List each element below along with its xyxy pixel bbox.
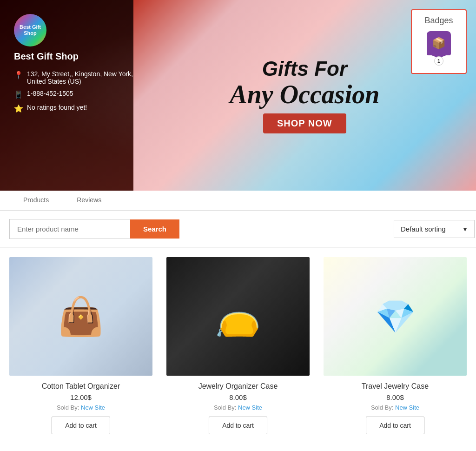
product-seller-2: Sold By: New Site <box>166 404 310 411</box>
product-image-3 <box>324 257 467 376</box>
products-section: Cotton Tablet Organizer 12.00$ Sold By: … <box>0 248 476 444</box>
badges-title: Badges <box>417 16 460 26</box>
product-seller-3: Sold By: New Site <box>324 404 467 411</box>
product-card-3: Travel Jewelry Case 8.00$ Sold By: New S… <box>324 257 467 434</box>
product-image-1 <box>9 257 152 376</box>
tab-reviews[interactable]: Reviews <box>63 191 115 210</box>
products-grid: Cotton Tablet Organizer 12.00$ Sold By: … <box>9 257 467 434</box>
product-name-1: Cotton Tablet Organizer <box>9 382 152 391</box>
location-icon: 📍 <box>14 71 23 80</box>
product-image-2 <box>166 257 310 376</box>
store-address-text: 132, My Street,, Kingston, New York, Uni… <box>27 70 144 85</box>
store-phone: 📱 1-888-452-1505 <box>14 90 144 99</box>
store-logo-text: Best Gift Shop <box>14 24 46 36</box>
search-button[interactable]: Search <box>130 219 179 239</box>
shop-now-button[interactable]: SHOP NOW <box>263 113 346 133</box>
add-to-cart-button-1[interactable]: Add to cart <box>52 417 110 434</box>
star-icon: ⭐ <box>14 104 23 113</box>
product-name-3: Travel Jewelry Case <box>324 382 467 391</box>
add-to-cart-button-3[interactable]: Add to cart <box>366 417 424 434</box>
hero-text: Gifts For Any Occasion SHOP NOW <box>230 57 379 134</box>
badge-box-symbol: 📦 <box>432 37 446 50</box>
hero-line1: Gifts For <box>230 57 379 80</box>
tab-products[interactable]: Products <box>9 191 63 210</box>
product-price-2: 8.00$ <box>166 393 310 401</box>
sold-by-label-1: Sold By: <box>57 404 79 411</box>
hero-section: Best Gift Shop Best Gift Shop 📍 132, My … <box>0 0 476 191</box>
badge-count: 1 <box>434 56 443 66</box>
sort-select[interactable]: Default sorting Price: Low to High Price… <box>394 220 475 238</box>
store-logo: Best Gift Shop <box>14 14 46 46</box>
sold-by-label-2: Sold By: <box>214 404 236 411</box>
seller-link-2[interactable]: New Site <box>238 404 262 411</box>
store-phone-text: 1-888-452-1505 <box>27 90 73 97</box>
seller-link-3[interactable]: New Site <box>395 404 419 411</box>
sold-by-label-3: Sold By: <box>371 404 393 411</box>
tab-bar: Products Reviews <box>0 191 476 211</box>
phone-icon: 📱 <box>14 90 23 99</box>
product-price-3: 8.00$ <box>324 393 467 401</box>
product-card-2: Jewelry Organizer Case 8.00$ Sold By: Ne… <box>166 257 310 434</box>
product-name-2: Jewelry Organizer Case <box>166 382 310 391</box>
badge-icon: 📦 <box>427 31 451 55</box>
store-name: Best Gift Shop <box>14 51 144 62</box>
store-ratings: ⭐ No ratings found yet! <box>14 104 144 113</box>
product-seller-1: Sold By: New Site <box>9 404 152 411</box>
store-ratings-text: No ratings found yet! <box>27 104 87 111</box>
hero-line2: Any Occasion <box>230 80 379 109</box>
product-price-1: 12.00$ <box>9 393 152 401</box>
search-input[interactable] <box>9 219 130 239</box>
search-bar: Search Default sorting Price: Low to Hig… <box>0 211 476 248</box>
sort-wrapper: Default sorting Price: Low to High Price… <box>394 220 467 238</box>
product-card-1: Cotton Tablet Organizer 12.00$ Sold By: … <box>9 257 152 434</box>
add-to-cart-button-2[interactable]: Add to cart <box>209 417 267 434</box>
seller-link-1[interactable]: New Site <box>81 404 105 411</box>
badges-widget: Badges 📦 1 <box>411 9 467 74</box>
store-address: 📍 132, My Street,, Kingston, New York, U… <box>14 70 144 85</box>
